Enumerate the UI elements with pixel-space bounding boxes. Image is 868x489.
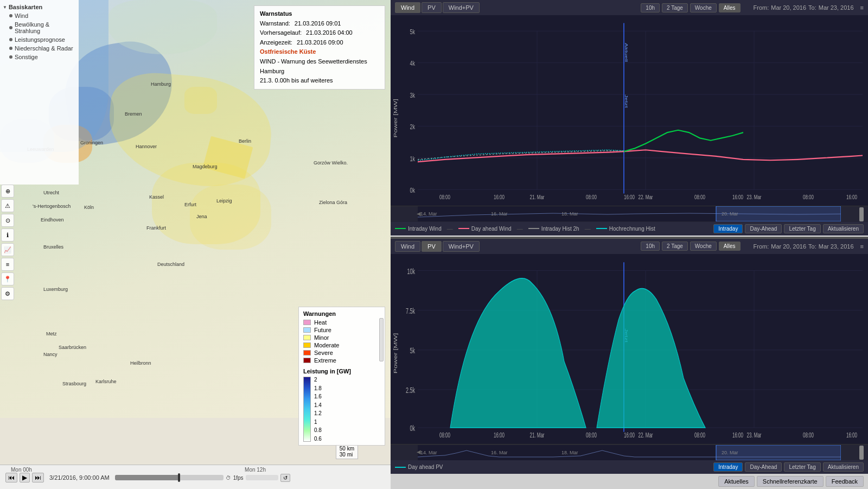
- legend-intraday-wind-label: Intraday Wind: [408, 226, 442, 232]
- bottom-mini-scrollbar[interactable]: [859, 446, 864, 460]
- top-footer-letztertag[interactable]: Letzter Tag: [784, 224, 820, 233]
- svg-text:16:00: 16:00: [732, 193, 743, 200]
- sidebar-niederschlag[interactable]: Niederschlag & Radar: [3, 44, 76, 53]
- top-to-value: Mar 23, 2016: [819, 4, 854, 11]
- svg-text:22. Mar: 22. Mar: [638, 431, 653, 439]
- progress-slider[interactable]: [115, 475, 224, 480]
- top-chart-area: 5k 4k 3k 2k 1k 0k Power [MW] Aktuell Jet…: [391, 15, 868, 206]
- sidebar-leistung[interactable]: Leistungsprognose: [3, 35, 76, 44]
- bottom-tab-pv[interactable]: PV: [422, 241, 442, 252]
- svg-text:3k: 3k: [410, 91, 415, 99]
- top-footer-tabs: Intraday Day-Ahead Letzter Tag Aktualisi…: [713, 224, 864, 233]
- fps-slider[interactable]: [246, 475, 278, 480]
- sidebar-wind[interactable]: Wind: [3, 11, 76, 20]
- top-zoom-alles[interactable]: Alles: [719, 3, 741, 12]
- svg-text:22. Mar: 22. Mar: [638, 193, 653, 200]
- play-button[interactable]: ▶: [20, 473, 30, 482]
- top-tab-wind[interactable]: Wind: [395, 2, 420, 13]
- bottom-tab-wind[interactable]: Wind: [395, 241, 420, 252]
- bottom-chart-tabs: Wind PV Wind+PV 10h 2 Tage Woche Alles F…: [391, 239, 868, 254]
- settings-icon[interactable]: ⚙: [1, 287, 14, 300]
- bottom-tab-windpv[interactable]: Wind+PV: [443, 241, 480, 252]
- top-footer-dayahead[interactable]: Day-Ahead: [745, 224, 782, 233]
- bottom-footer-letztertag[interactable]: Letzter Tag: [784, 462, 820, 472]
- rewind-button[interactable]: ⏮: [5, 473, 17, 482]
- mini-scrollbar[interactable]: [859, 207, 864, 221]
- bottom-mini-left-arrow[interactable]: ◀: [417, 449, 421, 455]
- legend-scrollbar[interactable]: [379, 318, 384, 361]
- bottom-zoom-2tage[interactable]: 2 Tage: [662, 242, 688, 251]
- svg-rect-0: [391, 15, 868, 206]
- playback-bar: Mon 00h Mon 12h ⏮ ▶ ⏭ 3/21/2016, 9:00:00…: [0, 465, 391, 489]
- svg-text:2.5k: 2.5k: [406, 386, 415, 394]
- scale-mi: 30 mi: [340, 452, 354, 458]
- mini-nav-14mar: 14. Mar: [420, 211, 437, 217]
- legend-heat-color: [303, 320, 311, 325]
- feedback-button[interactable]: Feedback: [826, 476, 864, 487]
- bottom-chart-area: 10k 7.5k 5k 2.5k 0k Power [MW] Jetzt: [391, 254, 868, 444]
- bottom-footer-intraday[interactable]: Intraday: [713, 462, 743, 472]
- legend-dayahead-wind-line: [458, 228, 469, 229]
- pin-icon[interactable]: 📍: [1, 272, 14, 285]
- bottom-zoom-alles[interactable]: Alles: [719, 242, 741, 251]
- mini-left-arrow[interactable]: ◀: [417, 211, 421, 217]
- legend-severe: Severe: [303, 350, 380, 356]
- top-chart-panel: Wind PV Wind+PV 10h 2 Tage Woche Alles F…: [391, 0, 868, 236]
- top-menu-icon[interactable]: ≡: [860, 4, 864, 11]
- sidebar-bewolkung[interactable]: Bewölkung & Strahlung: [3, 20, 76, 35]
- bottom-chart-panel: Wind PV Wind+PV 10h 2 Tage Woche Alles F…: [391, 239, 868, 474]
- svg-text:16:00: 16:00: [494, 431, 505, 439]
- bottom-zoom-10h[interactable]: 10h: [641, 242, 660, 251]
- svg-text:Power [MW]: Power [MW]: [393, 333, 398, 373]
- fast-forward-button[interactable]: ⏭: [32, 473, 44, 482]
- top-chart-svg: 5k 4k 3k 2k 1k 0k Power [MW] Aktuell Jet…: [391, 15, 868, 206]
- svg-text:16:00: 16:00: [624, 431, 635, 439]
- info-icon[interactable]: ℹ: [1, 228, 14, 242]
- legend-hochrechnung-label: Hochrechnung Hist: [609, 226, 655, 232]
- list-icon[interactable]: ≡: [1, 258, 14, 271]
- top-zoom-2tage[interactable]: 2 Tage: [662, 3, 688, 12]
- top-zoom-10h[interactable]: 10h: [641, 3, 660, 12]
- top-tab-windpv[interactable]: Wind+PV: [443, 2, 480, 13]
- bottom-zoom-woche[interactable]: Woche: [690, 242, 717, 251]
- legend-extreme-color: [303, 358, 311, 363]
- map-icon-toolbar: ⊕ ⚠ ⊙ ℹ 📈 ≡ 📍 ⚙: [1, 185, 14, 300]
- bottom-chart-header-right: 10h 2 Tage Woche Alles From: Mar 20, 201…: [641, 242, 864, 251]
- aktuelles-button[interactable]: Aktuelles: [718, 476, 755, 487]
- warn-value1: 21.03.2016 09:01: [295, 19, 341, 29]
- location-icon[interactable]: ⊕: [1, 185, 14, 198]
- sidebar-basiskarten[interactable]: ▼ Basiskarten: [3, 3, 76, 11]
- top-zoom-woche[interactable]: Woche: [690, 3, 717, 12]
- top-tab-pv[interactable]: PV: [422, 2, 442, 13]
- top-footer-aktualisieren[interactable]: Aktualisieren: [823, 224, 864, 233]
- top-mini-chart[interactable]: 14. Mar 16. Mar 18. Mar 20. Mar ◀: [391, 206, 868, 222]
- top-footer-intraday[interactable]: Intraday: [713, 224, 743, 233]
- legend-hist2h-line: [528, 228, 539, 229]
- legend-severe-label: Severe: [314, 350, 333, 356]
- bottom-mini-chart[interactable]: 14. Mar 16. Mar 18. Mar 20. Mar ◀: [391, 444, 868, 460]
- bottom-footer-tabs: Intraday Day-Ahead Letzter Tag Aktualisi…: [713, 462, 864, 472]
- svg-text:21. Mar: 21. Mar: [529, 193, 545, 200]
- bottom-footer-aktualisieren[interactable]: Aktualisieren: [823, 462, 864, 472]
- legend-minor-label: Minor: [314, 334, 329, 341]
- legend-dayahead-pv-line: [395, 467, 406, 468]
- sidebar-sonstige[interactable]: Sonstige: [3, 53, 76, 61]
- gradient-labels: 21.81.61.41.210.80.6: [314, 377, 322, 442]
- bottom-menu-icon[interactable]: ≡: [860, 243, 864, 250]
- legend-moderate-label: Moderate: [314, 342, 339, 348]
- warn-label2: Vorhersagelauf:: [260, 28, 302, 38]
- gradient-bar: [303, 377, 311, 442]
- legend-sep3: —: [585, 225, 591, 232]
- svg-text:0k: 0k: [410, 424, 416, 432]
- svg-text:08:00: 08:00: [803, 431, 814, 439]
- compass-icon[interactable]: ⊙: [1, 214, 14, 227]
- legend-minor: Minor: [303, 334, 380, 341]
- warn-period: 21.3. 0.00h bis auf weiteres: [260, 76, 379, 86]
- legend-moderate-color: [303, 342, 311, 348]
- reset-button[interactable]: ↺: [280, 474, 290, 482]
- svg-text:16:00: 16:00: [732, 431, 743, 439]
- schnellreferenz-button[interactable]: Schnellreferenzkarte: [757, 476, 824, 487]
- chart-icon[interactable]: 📈: [1, 243, 14, 256]
- warning-icon[interactable]: ⚠: [1, 199, 14, 212]
- bottom-footer-dayahead[interactable]: Day-Ahead: [745, 462, 782, 472]
